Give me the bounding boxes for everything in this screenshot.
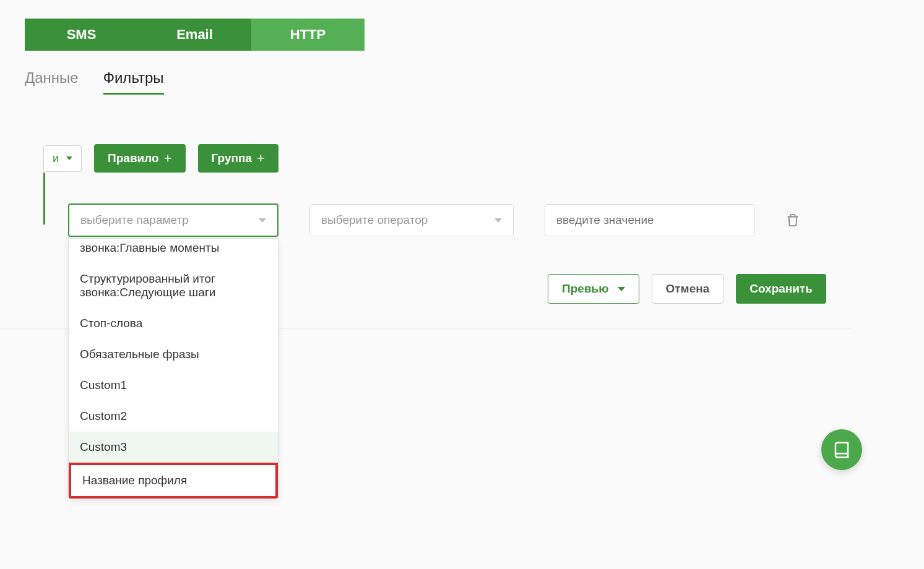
dropdown-item[interactable]: Custom2 — [69, 401, 278, 432]
dropdown-item-profile-name[interactable]: Название профиля — [69, 463, 278, 498]
book-icon — [832, 440, 851, 459]
channel-tabs: SMS Email HTTP — [25, 19, 826, 51]
dropdown-item[interactable]: Custom3 — [69, 432, 278, 463]
dropdown-item[interactable]: Обязательные фразы — [69, 339, 278, 370]
caret-down-icon — [66, 156, 72, 160]
plus-icon: + — [257, 152, 265, 165]
save-label: Сохранить — [749, 282, 813, 296]
chevron-down-icon — [618, 287, 625, 291]
add-rule-label: Правило — [108, 152, 159, 165]
operator-select[interactable]: выберите оператор — [309, 204, 514, 236]
dropdown-item[interactable]: Стоп-слова — [69, 308, 278, 339]
add-group-button[interactable]: Группа + — [198, 144, 278, 173]
tab-sms[interactable]: SMS — [25, 19, 138, 51]
tab-email[interactable]: Email — [138, 19, 251, 51]
rule-row: выберите параметр звонка:Главные моменты… — [68, 203, 826, 237]
operator-placeholder: выберите оператор — [321, 213, 428, 227]
save-button[interactable]: Сохранить — [736, 274, 826, 304]
cancel-button[interactable]: Отмена — [652, 274, 724, 304]
parameter-dropdown[interactable]: звонка:Главные моменты Структурированный… — [68, 238, 278, 499]
tree-line — [43, 173, 45, 225]
chevron-down-icon — [494, 218, 502, 223]
add-rule-button[interactable]: Правило + — [94, 144, 185, 173]
add-group-label: Группа — [212, 152, 253, 165]
parameter-select[interactable]: выберите параметр — [68, 203, 278, 237]
chevron-down-icon — [259, 218, 266, 223]
sub-tabs: Данные Фильтры — [25, 69, 826, 95]
logic-operator-select[interactable]: и — [43, 145, 82, 172]
value-input[interactable] — [545, 204, 755, 236]
dropdown-item[interactable]: Custom1 — [69, 370, 278, 401]
dropdown-item[interactable]: Структурированный итог звонка:Следующие … — [69, 263, 278, 308]
help-fab[interactable] — [821, 429, 862, 470]
dropdown-item[interactable]: звонка:Главные моменты — [69, 239, 278, 263]
cancel-label: Отмена — [666, 282, 710, 296]
parameter-placeholder: выберите параметр — [80, 213, 189, 227]
preview-button[interactable]: Превью — [548, 274, 639, 304]
tab-http[interactable]: HTTP — [251, 19, 365, 51]
trash-icon[interactable] — [786, 213, 800, 228]
plus-icon: + — [164, 152, 172, 165]
subtab-filters[interactable]: Фильтры — [103, 69, 164, 95]
subtab-data[interactable]: Данные — [25, 69, 79, 95]
preview-label: Превью — [562, 282, 608, 296]
logic-operator-label: и — [53, 152, 59, 165]
